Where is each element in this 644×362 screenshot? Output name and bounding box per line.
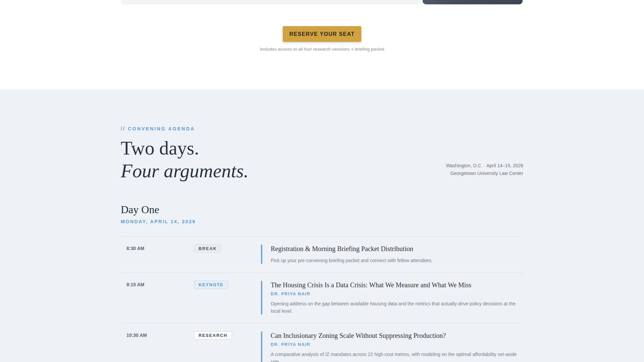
session-description: A comparative analysis of IZ mandates ac…	[271, 351, 523, 362]
agenda-title-line-2: Four arguments.	[121, 160, 249, 182]
signup-submit-button[interactable]	[423, 0, 523, 4]
day-one-heading: Day One	[121, 203, 523, 216]
session-accent-bar	[261, 331, 262, 362]
session-badge: KEYNOTE	[194, 281, 228, 289]
session-accent-bar	[261, 245, 262, 264]
agenda-title-line-1: Two days.	[121, 137, 249, 160]
session-badge: RESEARCH	[194, 331, 232, 340]
session-speaker: DR. PRIYA NAIR	[271, 342, 523, 347]
session-description: Pick up your pre-convening briefing pack…	[271, 257, 523, 264]
session-time: 8:30 AM	[121, 244, 194, 264]
session-description: Opening address on the gap between avail…	[271, 300, 523, 315]
signup-form-remnant	[121, 0, 522, 5]
session-time: 9:15 AM	[121, 281, 194, 315]
session-title: The Housing Crisis Is a Data Crisis: Wha…	[271, 281, 523, 289]
venue-location-date: Washington, D.C. · April 14–15, 2026	[446, 162, 523, 170]
signup-email-input[interactable]	[121, 0, 420, 4]
reserve-note: Includes access to all four research ses…	[0, 47, 644, 52]
session-row: 9:15 AM KEYNOTE The Housing Crisis Is a …	[121, 273, 523, 323]
session-title: Can Inclusionary Zoning Scale Without Su…	[271, 331, 523, 340]
session-body: Registration & Morning Briefing Packet D…	[261, 244, 523, 264]
venue-building: Georgetown University Law Center	[446, 170, 523, 177]
session-speaker: DR. PRIYA NAIR	[271, 292, 523, 296]
agenda-title: Two days. Four arguments.	[121, 137, 249, 183]
session-badge: BREAK	[194, 244, 221, 253]
session-row: 8:30 AM BREAK Registration & Morning Bri…	[121, 236, 523, 273]
session-row: 10:30 AM RESEARCH Can Inclusionary Zonin…	[121, 323, 523, 362]
session-body: Can Inclusionary Zoning Scale Without Su…	[261, 331, 523, 362]
agenda-eyebrow: // CONVENING AGENDA	[121, 126, 249, 131]
session-time: 10:30 AM	[121, 331, 194, 362]
reserve-seat-button[interactable]: RESERVE YOUR SEAT	[283, 26, 361, 42]
schedule-list: 8:30 AM BREAK Registration & Morning Bri…	[121, 236, 523, 362]
session-title: Registration & Morning Briefing Packet D…	[271, 244, 523, 253]
agenda-section: // CONVENING AGENDA Two days. Four argum…	[0, 89, 644, 362]
page: RESERVE YOUR SEAT Includes access to all…	[0, 0, 644, 362]
venue-block: Washington, D.C. · April 14–15, 2026 Geo…	[446, 162, 523, 183]
agenda-header: // CONVENING AGENDA Two days. Four argum…	[121, 126, 523, 183]
day-one-date: MONDAY, APRIL 14, 2026	[121, 219, 523, 224]
session-body: The Housing Crisis Is a Data Crisis: Wha…	[261, 281, 523, 315]
session-accent-bar	[261, 281, 262, 314]
day-one-header: Day One MONDAY, APRIL 14, 2026	[121, 203, 523, 224]
